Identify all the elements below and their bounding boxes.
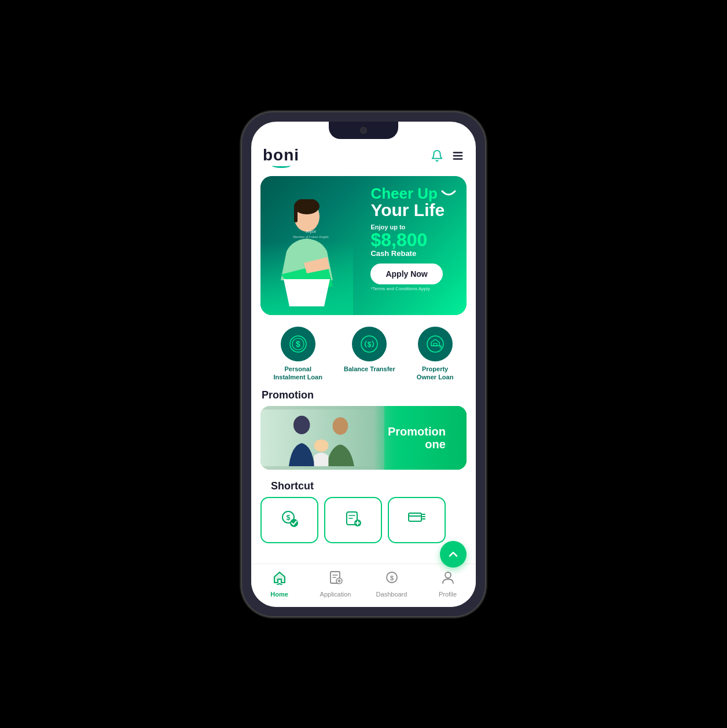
promo-people-svg <box>260 406 384 470</box>
nav-application[interactable]: Application <box>307 570 364 598</box>
promo-banner[interactable]: Joyce Member of Fubon Angels Cheer Up Yo… <box>260 176 467 315</box>
shortcut-card[interactable] <box>388 497 446 543</box>
svg-rect-27 <box>409 513 421 521</box>
shortcut-section: Shortcut $ <box>251 478 476 549</box>
logo-text: boni <box>263 147 299 163</box>
property-loan-icon-circle: $ <box>418 327 453 361</box>
balance-transfer-icon-circle: $ <box>352 327 387 361</box>
svg-text:$: $ <box>390 575 393 581</box>
app-header: boni <box>251 142 476 174</box>
svg-text:$: $ <box>368 341 372 349</box>
promotion-heading: Promotion <box>251 387 476 406</box>
svg-point-40 <box>445 572 451 578</box>
quick-personal-loan[interactable]: $ PersonalInstalment Loan <box>274 327 322 382</box>
apply-now-button[interactable]: Apply Now <box>370 264 442 284</box>
application-nav-label: Application <box>320 591 351 598</box>
home-svg-icon <box>272 570 287 585</box>
banner-text-area: Cheer Up Your Life Enjoy up to $8,800 Ca… <box>370 185 457 292</box>
svg-text:$: $ <box>439 344 442 349</box>
quick-access-section: $ PersonalInstalment Loan $ <box>251 323 476 387</box>
shortcut-apply[interactable]: $ <box>260 497 318 543</box>
banner-rebate-label: Cash Rebate <box>370 249 457 258</box>
property-loan-label: PropertyOwner Loan <box>417 365 454 382</box>
balance-transfer-icon: $ <box>361 335 378 353</box>
phone-notch <box>329 122 398 139</box>
shortcut-items-list: $ <box>260 497 467 543</box>
application-icon <box>328 570 343 588</box>
svg-rect-5 <box>294 205 298 222</box>
shortcut-form[interactable] <box>324 497 382 543</box>
shortcut-form-icon <box>344 510 362 531</box>
logo-underline <box>263 163 299 168</box>
shortcut-heading: Shortcut <box>260 478 467 497</box>
promo-image <box>260 406 384 470</box>
promo-text-overlay: Promotion one <box>374 406 467 470</box>
svg-point-16 <box>333 417 348 434</box>
card-scan-icon <box>407 510 426 527</box>
home-icon <box>272 570 287 588</box>
profile-nav-label: Profile <box>439 591 457 598</box>
app-logo: boni <box>263 147 299 168</box>
front-camera <box>360 127 367 134</box>
header-actions <box>431 149 464 165</box>
svg-text:$: $ <box>296 339 300 349</box>
shortcut-apply-icon: $ <box>280 509 299 531</box>
scroll-to-top-fab[interactable] <box>440 541 467 568</box>
dashboard-nav-label: Dashboard <box>376 591 407 598</box>
notification-icon[interactable] <box>431 149 443 165</box>
personal-loan-icon-circle: $ <box>281 327 315 361</box>
banner-person-area: Joyce Member of Fubon Angels <box>260 193 353 315</box>
profile-icon <box>440 570 456 588</box>
banner-your-life: Your Life <box>370 202 457 219</box>
app-scroll-area: boni <box>251 122 476 564</box>
banner-cheer-up: Cheer Up <box>370 185 438 202</box>
promo-line2: one <box>425 438 446 451</box>
person-subtitle-label: Member of Fubon Angels <box>293 235 329 239</box>
bottom-navigation: Home Application <box>251 564 476 607</box>
svg-point-17 <box>314 440 329 452</box>
promotion-section: Promotion <box>251 387 476 470</box>
svg-point-15 <box>293 416 310 434</box>
svg-text:$: $ <box>287 514 291 522</box>
quick-balance-transfer[interactable]: $ Balance Transfer <box>344 327 395 382</box>
nav-home[interactable]: Home <box>251 570 307 598</box>
banner-terms: *Terms and Conditions Apply <box>370 286 457 291</box>
application-svg-icon <box>328 570 343 585</box>
phone-screen: boni <box>251 122 476 607</box>
balance-transfer-label: Balance Transfer <box>344 365 395 373</box>
home-nav-label: Home <box>270 591 288 598</box>
menu-icon[interactable] <box>451 149 464 165</box>
form-plus-icon <box>344 510 362 527</box>
promo-card-label: Promotion one <box>388 425 453 451</box>
chevron-up-icon <box>447 548 459 560</box>
banner-amount: $8,800 <box>370 231 457 249</box>
nav-profile[interactable]: Profile <box>420 570 476 598</box>
profile-svg-icon <box>440 570 456 585</box>
dashboard-svg-icon: $ <box>384 570 399 585</box>
personal-loan-icon: $ <box>289 335 307 353</box>
property-loan-icon: $ <box>427 335 444 353</box>
promotion-card[interactable]: Promotion one <box>260 406 467 470</box>
phone-device: boni <box>242 112 485 616</box>
person-name-label: Joyce <box>306 229 316 234</box>
logo-arc-icon <box>272 163 291 168</box>
nav-dashboard[interactable]: $ Dashboard <box>364 570 420 598</box>
person-svg: Joyce Member of Fubon Angels <box>269 199 344 309</box>
personal-loan-label: PersonalInstalment Loan <box>274 365 322 382</box>
quick-property-loan[interactable]: $ PropertyOwner Loan <box>417 327 454 382</box>
cheer-smile-icon <box>440 189 457 198</box>
dollar-check-icon: $ <box>280 509 299 528</box>
dashboard-icon: $ <box>384 570 399 588</box>
promo-line1: Promotion <box>388 425 446 438</box>
promo-people-bg <box>260 406 384 470</box>
shortcut-card-icon <box>407 510 426 531</box>
svg-rect-12 <box>434 343 437 346</box>
